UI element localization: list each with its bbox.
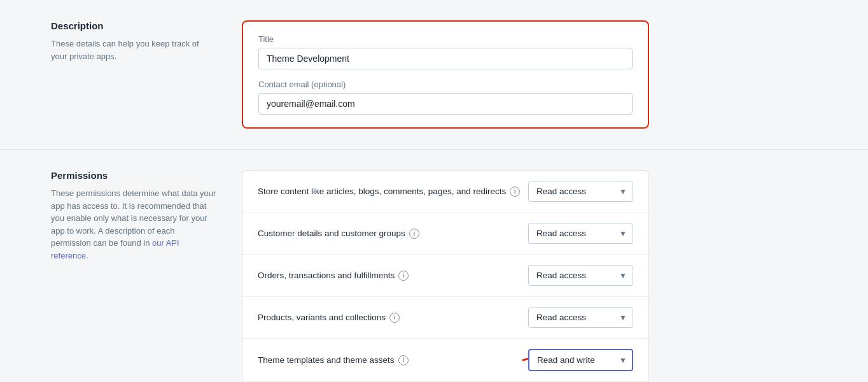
bottom-section: Permissions These permissions determine … bbox=[0, 150, 868, 382]
permission-label: Theme templates and theme assetsi bbox=[258, 355, 528, 365]
permission-select-wrapper: No accessRead accessRead and write▼ bbox=[528, 307, 633, 328]
permissions-column: Permissions These permissions determine … bbox=[51, 170, 216, 382]
email-input[interactable] bbox=[258, 93, 633, 115]
title-label: Title bbox=[258, 34, 633, 44]
permissions-body: These permissions determine what data yo… bbox=[51, 187, 216, 262]
permission-label: Orders, transactions and fulfillmentsi bbox=[258, 271, 528, 281]
title-form-card: Title Contact email (optional) bbox=[242, 20, 649, 129]
permission-row: Store content like articles, blogs, comm… bbox=[242, 171, 648, 213]
description-column: Description These details can help you k… bbox=[51, 20, 216, 129]
permission-select-wrapper: No accessRead accessRead and write▼ bbox=[528, 181, 633, 202]
permission-label: Products, variants and collectionsi bbox=[258, 313, 528, 323]
permission-row: Theme templates and theme assetsi No acc… bbox=[242, 339, 648, 382]
permission-select[interactable]: No accessRead accessRead and write bbox=[528, 349, 633, 371]
info-icon[interactable]: i bbox=[389, 313, 400, 323]
permission-select-wrapper: No accessRead accessRead and write▼ bbox=[528, 349, 633, 371]
description-body: These details can help you keep track of… bbox=[51, 38, 216, 62]
top-section: Description These details can help you k… bbox=[0, 0, 868, 150]
permission-select[interactable]: No accessRead accessRead and write bbox=[528, 307, 633, 328]
info-icon[interactable]: i bbox=[510, 187, 520, 197]
permission-row: Products, variants and collectionsiNo ac… bbox=[242, 297, 648, 339]
info-icon[interactable]: i bbox=[398, 271, 409, 281]
permission-row: Customer details and customer groupsiNo … bbox=[242, 213, 648, 255]
permissions-heading: Permissions bbox=[51, 170, 216, 181]
permission-select[interactable]: No accessRead accessRead and write bbox=[528, 265, 633, 286]
permissions-card: Store content like articles, blogs, comm… bbox=[242, 170, 649, 382]
permission-label: Customer details and customer groupsi bbox=[258, 229, 528, 239]
email-label: Contact email (optional) bbox=[258, 80, 633, 89]
permission-row: Orders, transactions and fulfillmentsiNo… bbox=[242, 255, 648, 297]
info-icon[interactable]: i bbox=[409, 229, 419, 239]
permission-label: Store content like articles, blogs, comm… bbox=[258, 187, 528, 197]
title-input[interactable] bbox=[258, 48, 633, 69]
info-icon[interactable]: i bbox=[398, 355, 409, 365]
permission-select[interactable]: No accessRead accessRead and write bbox=[528, 223, 633, 244]
permission-select-wrapper: No accessRead accessRead and write▼ bbox=[528, 265, 633, 286]
permission-select-wrapper: No accessRead accessRead and write▼ bbox=[528, 223, 633, 244]
description-heading: Description bbox=[51, 20, 216, 31]
title-form-group: Title bbox=[258, 34, 633, 69]
permission-select[interactable]: No accessRead accessRead and write bbox=[528, 181, 633, 202]
email-form-group: Contact email (optional) bbox=[258, 80, 633, 115]
page: Description These details can help you k… bbox=[0, 0, 868, 382]
